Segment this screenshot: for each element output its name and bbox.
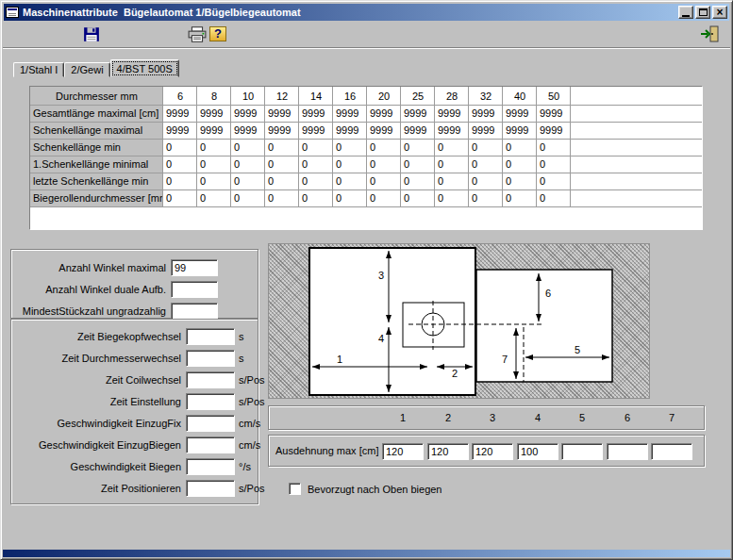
extension-input-4[interactable]: [517, 443, 558, 460]
extension-input-2[interactable]: [427, 443, 469, 460]
value-cell[interactable]: 0: [333, 140, 367, 156]
exit-button[interactable]: [697, 24, 722, 44]
value-cell[interactable]: 0: [503, 156, 537, 173]
input-zeit-durchmesserwechsel[interactable]: [186, 350, 235, 367]
value-cell[interactable]: 0: [163, 140, 197, 156]
value-cell[interactable]: 0: [469, 156, 503, 173]
value-cell[interactable]: 0: [333, 156, 367, 173]
input-mindestst-ckzahl-ungradzahlig[interactable]: [171, 303, 218, 320]
input-zeit-biegekopfwechsel[interactable]: [186, 328, 235, 345]
value-cell[interactable]: 0: [367, 190, 401, 207]
value-cell[interactable]: 0: [299, 190, 333, 207]
value-cell[interactable]: 9999: [231, 106, 265, 123]
value-cell[interactable]: 0: [299, 173, 333, 190]
value-cell[interactable]: 0: [299, 140, 333, 156]
value-cell[interactable]: 0: [197, 190, 231, 207]
value-cell[interactable]: 0: [537, 140, 571, 156]
value-cell[interactable]: 9999: [163, 123, 197, 140]
help-button[interactable]: ?: [206, 24, 230, 44]
value-cell[interactable]: 0: [435, 173, 469, 190]
maximize-button[interactable]: [695, 6, 710, 19]
value-cell[interactable]: 9999: [231, 123, 265, 140]
value-cell[interactable]: 0: [197, 140, 231, 156]
value-cell[interactable]: 0: [537, 190, 571, 207]
value-cell[interactable]: 9999: [401, 106, 435, 123]
value-cell[interactable]: 0: [367, 140, 401, 156]
value-cell[interactable]: 9999: [537, 106, 571, 123]
value-cell[interactable]: 0: [367, 156, 401, 173]
value-cell[interactable]: 0: [435, 140, 469, 156]
extension-input-1[interactable]: [382, 443, 424, 460]
minimize-button[interactable]: [678, 6, 693, 19]
value-cell[interactable]: 0: [401, 156, 435, 173]
value-cell[interactable]: 0: [265, 190, 299, 207]
value-cell[interactable]: 0: [163, 190, 197, 207]
value-cell[interactable]: 9999: [537, 123, 571, 140]
value-cell[interactable]: 0: [469, 173, 503, 190]
value-cell[interactable]: 9999: [435, 123, 469, 140]
extension-input-7[interactable]: [651, 443, 692, 460]
value-cell[interactable]: 9999: [367, 106, 401, 123]
close-button[interactable]: ×: [712, 6, 727, 19]
value-cell[interactable]: 0: [503, 190, 537, 207]
value-cell[interactable]: 9999: [265, 106, 299, 123]
input-geschwindigkeit-biegen[interactable]: [186, 458, 235, 475]
input-zeit-einstellung[interactable]: [186, 393, 235, 410]
value-cell[interactable]: 0: [163, 156, 197, 173]
value-cell[interactable]: 0: [265, 140, 299, 156]
input-anzahl-winkel-duale-aufb[interactable]: [171, 281, 218, 298]
value-cell[interactable]: 9999: [299, 123, 333, 140]
value-cell[interactable]: 9999: [367, 123, 401, 140]
value-cell[interactable]: 0: [231, 173, 265, 190]
value-cell[interactable]: 0: [401, 140, 435, 156]
value-cell[interactable]: 9999: [299, 106, 333, 123]
value-cell[interactable]: 0: [197, 173, 231, 190]
value-cell[interactable]: 0: [503, 140, 537, 156]
value-cell[interactable]: 0: [265, 173, 299, 190]
input-geschwindigkeit-einzugfix[interactable]: [186, 415, 235, 432]
value-cell[interactable]: 9999: [469, 106, 503, 123]
extension-input-6[interactable]: [607, 443, 648, 460]
value-cell[interactable]: 9999: [333, 106, 367, 123]
value-cell[interactable]: 0: [333, 173, 367, 190]
tab-2-gewi[interactable]: 2/Gewi: [64, 62, 109, 77]
value-cell[interactable]: 0: [537, 156, 571, 173]
input-anzahl-winkel-maximal[interactable]: [171, 259, 218, 276]
value-cell[interactable]: 9999: [333, 123, 367, 140]
value-cell[interactable]: 0: [163, 173, 197, 190]
value-cell[interactable]: 9999: [469, 123, 503, 140]
value-cell[interactable]: 0: [231, 140, 265, 156]
value-cell[interactable]: 9999: [435, 106, 469, 123]
value-cell[interactable]: 0: [435, 156, 469, 173]
save-button[interactable]: [79, 24, 104, 44]
tab-1-stahl-i[interactable]: 1/Stahl I: [13, 62, 64, 77]
value-cell[interactable]: 9999: [197, 106, 231, 123]
value-cell[interactable]: 0: [435, 190, 469, 207]
value-cell[interactable]: 9999: [503, 123, 537, 140]
value-cell[interactable]: 0: [265, 156, 299, 173]
value-cell[interactable]: 0: [231, 156, 265, 173]
extension-input-5[interactable]: [561, 443, 603, 460]
titlebar[interactable]: Maschinenattribute Bügelautomat 1/Bügelb…: [4, 4, 729, 21]
input-zeit-positionieren[interactable]: [186, 480, 235, 497]
value-cell[interactable]: 9999: [503, 106, 537, 123]
value-cell[interactable]: 9999: [265, 123, 299, 140]
value-cell[interactable]: 0: [537, 173, 571, 190]
value-cell[interactable]: 0: [197, 156, 231, 173]
value-cell[interactable]: 0: [299, 156, 333, 173]
value-cell[interactable]: 0: [401, 190, 435, 207]
value-cell[interactable]: 9999: [197, 123, 231, 140]
extension-input-3[interactable]: [472, 443, 513, 460]
value-cell[interactable]: 9999: [401, 123, 435, 140]
value-cell[interactable]: 9999: [163, 106, 197, 123]
tab-4-bst-500s[interactable]: 4/BST 500S: [110, 59, 179, 77]
window-icon[interactable]: [6, 7, 19, 18]
value-cell[interactable]: 0: [401, 173, 435, 190]
value-cell[interactable]: 0: [469, 140, 503, 156]
input-geschwindigkeit-einzugbiegen[interactable]: [186, 436, 235, 453]
input-zeit-coilwechsel[interactable]: [186, 371, 235, 388]
prefer-up-checkbox[interactable]: [289, 483, 301, 495]
value-cell[interactable]: 0: [503, 173, 537, 190]
value-cell[interactable]: 0: [469, 190, 503, 207]
value-cell[interactable]: 0: [333, 190, 367, 207]
